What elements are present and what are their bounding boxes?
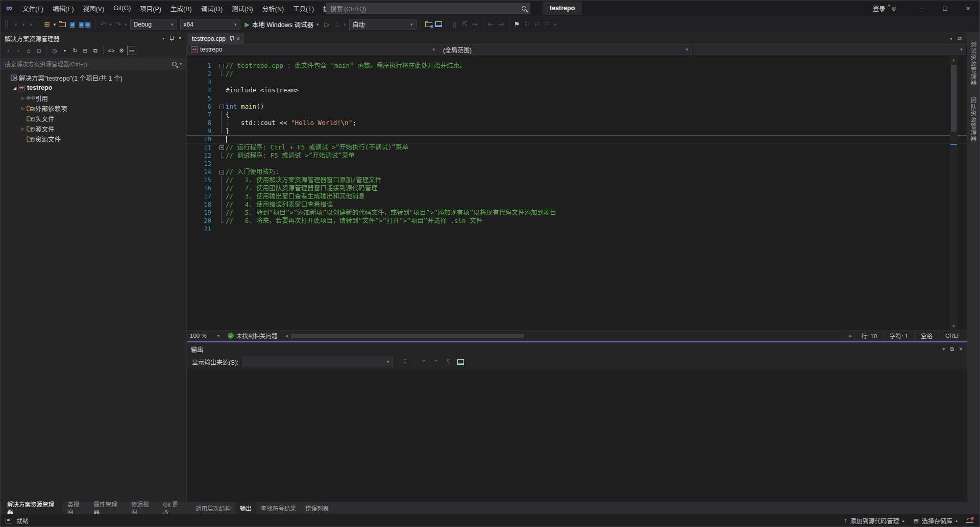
output-content[interactable] [187,369,967,502]
tab-testrepo-cpp[interactable]: testrepo.cpp × [188,33,244,44]
code-line-13[interactable]: 13 [187,160,967,168]
go-to-message-icon[interactable]: ↧ [400,357,410,367]
select-repository-button[interactable]: ▤ 选择存储库 ▴ [914,516,958,525]
breakpoint-margin[interactable] [187,111,197,119]
dock-splitter[interactable] [187,341,967,343]
pin-icon[interactable] [169,36,173,41]
fold-collapse-icon[interactable] [217,168,226,176]
tree-item-3[interactable]: ▷外部依赖项 [1,103,186,113]
hot-reload-mode-combobox[interactable]: 自动 ▾ [349,19,416,30]
code-line-8[interactable]: 8 std::cout << "Hello World!\n"; [187,119,967,127]
toggle-word-wrap-icon[interactable] [455,357,465,367]
close-button[interactable]: × [957,1,979,16]
project-scope-combobox[interactable]: ++ testrepo ▾ [187,44,438,55]
redo-icon[interactable]: ↷ [113,19,124,30]
window-position-icon[interactable]: ▾ [162,36,164,41]
toggle-bookmark-icon[interactable]: ⚑ [512,19,522,30]
breakpoint-margin[interactable] [187,127,197,135]
code-line-11[interactable]: 11// 运行程序: Ctrl + F5 或调试 >“开始执行(不调试)”菜单 [187,143,967,152]
menu-item-7[interactable]: 测试(S) [227,1,258,16]
fold-box-icon[interactable] [219,145,224,150]
maximize-panel-icon[interactable]: ⧉ [950,346,954,353]
tree-item-0[interactable]: 解决方案"testrepo"(1 个项目/共 1 个) [1,72,186,83]
scroll-down-icon[interactable]: ▼ [950,322,958,330]
forward-icon[interactable]: ◗ [14,46,23,55]
breakpoint-margin[interactable] [187,184,197,192]
bottom-dock-tab-3[interactable]: 错误列表 [301,502,333,514]
fold-box-icon[interactable] [219,64,224,68]
breakpoint-margin[interactable] [187,225,197,233]
toolbar-grip[interactable] [5,20,9,29]
breakpoint-margin[interactable] [187,119,197,127]
open-file-icon[interactable] [57,19,67,30]
breakpoint-margin[interactable] [187,217,197,225]
bottom-dock-tab-0[interactable]: 调用层次结构 [191,502,235,514]
scroll-up-icon[interactable]: ▲ [950,56,958,64]
breakpoint-margin[interactable] [187,86,197,94]
breakpoint-margin[interactable] [187,209,197,217]
next-bookmark-icon[interactable]: ⚐ [532,19,543,30]
breakpoint-margin[interactable] [187,103,197,111]
breakpoint-cursor-icon[interactable]: ⇱ [460,19,470,30]
menu-item-8[interactable]: 分析(N) [258,1,288,16]
code-line-10[interactable]: 10 [187,135,967,143]
add-to-source-control-button[interactable]: ↑ 添加到源代码管理 ▴ [844,516,904,525]
expand-arrow-icon[interactable]: ▷ [20,127,26,131]
menu-item-0[interactable]: 文件(F) [18,1,48,16]
output-title-bar[interactable]: 输出 ▾ ⧉ × [187,343,967,355]
solution-explorer-search-box[interactable]: 搜索解决方案资源管理器(Ctrl+;) ▾ [1,58,186,70]
clear-all-icon[interactable]: ¶ [443,357,453,367]
hot-reload-icon[interactable]: ♨ [332,19,342,30]
breakpoint-margin[interactable] [187,94,197,103]
code-line-18[interactable]: 18// 4. 使用错误列表窗口查看错误 [187,200,967,209]
platform-combobox[interactable]: x64 ▾ [180,19,240,30]
code-line-2[interactable]: 2// [187,70,967,78]
expand-arrow-icon[interactable]: ▷ [20,96,26,101]
tree-item-1[interactable]: ◢++testrepo [1,83,186,93]
show-next-statement-icon[interactable]: ↦ [470,19,480,30]
notifications-bell-icon[interactable] [967,518,972,523]
code-line-7[interactable]: 7{ [187,111,967,119]
spaces-indicator[interactable]: 空格 [914,331,939,341]
menu-item-4[interactable]: 项目(P) [135,1,166,16]
bottom-dock-tab-1[interactable]: 输出 [235,502,256,514]
collapse-all-icon[interactable]: ⊟ [81,46,90,55]
hot-reload-dropdown[interactable]: ▾ [342,19,348,30]
menu-item-5[interactable]: 生成(B) [166,1,197,16]
left-dock-tab-2[interactable]: 属性管理器 [89,502,127,514]
breakpoint-margin[interactable] [187,136,197,143]
cursor-column-indicator[interactable]: 字符: 1 [883,331,914,341]
fold-box-icon[interactable] [219,170,224,174]
undo-icon[interactable]: ↶ [98,19,108,30]
code-view-icon[interactable]: <> [107,46,116,55]
code-line-19[interactable]: 19// 5. 转到“项目”>“添加新项”以创建新的代码文件，或转到“项目”>“… [187,209,967,217]
line-ending-indicator[interactable]: CRLF [939,331,967,341]
fold-collapse-icon[interactable] [217,62,226,70]
menu-item-3[interactable]: Git(G) [109,1,135,16]
code-line-14[interactable]: 14// 入门使用技巧: [187,168,967,176]
background-tasks-icon[interactable] [6,518,12,523]
decrease-indent-icon[interactable]: ⇤ [486,19,496,30]
breakpoint-margin[interactable] [187,176,197,184]
show-all-files-icon[interactable]: ⧉ [91,46,100,55]
right-auto-hide-tab-0[interactable]: 测试资源管理器 [969,41,977,86]
clear-bookmarks-icon[interactable]: ⚐ [543,19,553,30]
start-without-debugging-icon[interactable]: ▷ [322,19,332,30]
cursor-line-indicator[interactable]: 行: 10 [854,331,883,341]
menu-item-9[interactable]: 工具(T) [288,1,318,16]
sync-with-active-document-icon[interactable] [424,19,434,30]
pin-tab-icon[interactable] [230,36,233,41]
zoom-combobox[interactable]: 100 % ▾ [187,331,223,341]
solution-explorer-title-bar[interactable]: 解决方案资源管理器 ▾ × [1,32,186,44]
sign-in-button[interactable]: 登录 [873,4,886,13]
breakpoint-margin[interactable] [187,168,197,176]
right-auto-hide-tab-1[interactable]: 团队资源管理器 [969,97,977,142]
expand-arrow-icon[interactable]: ▷ [20,106,26,111]
navigate-back-icon[interactable]: ◖ [11,19,21,30]
breakpoint-margin[interactable] [187,192,197,200]
start-debugging-button[interactable]: ▶ 本地 Windows 调试器 ▾ [242,18,322,31]
configuration-combobox[interactable]: Debug ▾ [130,19,177,30]
properties-window-icon[interactable] [434,19,444,30]
pending-changes-filter-icon[interactable]: ◷ [50,46,59,55]
preview-selected-items-icon[interactable]: ▭ [127,46,136,55]
